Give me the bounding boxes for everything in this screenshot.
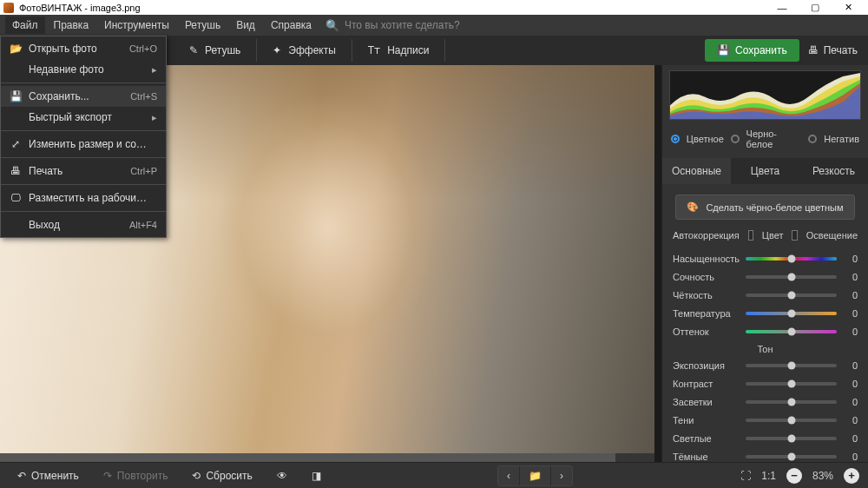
slider-blacks[interactable]: Тёмные0 (673, 447, 858, 462)
auto-checks: Автокоррекция Цвет Освещение (662, 230, 868, 249)
nav-prev[interactable]: ‹ (498, 466, 520, 485)
slider-exposure[interactable]: Экспозиция0 (673, 356, 858, 374)
resize-icon: ⤢ (10, 138, 22, 150)
slider-temperature[interactable]: Температура0 (673, 304, 858, 322)
menu-retouch[interactable]: Ретушь (178, 16, 227, 34)
nav-next[interactable]: › (551, 466, 572, 485)
slider-saturation[interactable]: Насыщенность0 (673, 249, 858, 267)
save-icon: 💾 (10, 90, 22, 102)
check-color-label: Цвет (762, 230, 784, 241)
menu-recent-photos[interactable]: Недавние фото▸ (1, 59, 166, 80)
chevron-right-icon: ▸ (152, 64, 157, 76)
slider-shadows[interactable]: Тени0 (673, 411, 858, 429)
slider-vibrance[interactable]: Сочность0 (673, 267, 858, 286)
print-icon: 🖶 (10, 165, 22, 177)
check-light[interactable] (792, 230, 797, 241)
tab-retouch[interactable]: ✎ Ретушь (174, 39, 257, 62)
menu-tools[interactable]: Инструменты (97, 16, 176, 34)
slider-contrast[interactable]: Контраст0 (673, 374, 858, 392)
radio-bw[interactable] (731, 135, 740, 143)
save-button[interactable]: 💾 Сохранить (705, 39, 799, 62)
menu-bar: Файл Правка Инструменты Ретушь Вид Справ… (0, 15, 868, 36)
zoom-out-button[interactable]: − (786, 468, 802, 484)
tab-effects[interactable]: ✦ Эффекты (257, 39, 352, 62)
reset-icon: ⟲ (192, 470, 201, 482)
menu-open-photo[interactable]: 📂Открыть фотоCtrl+O (1, 38, 166, 59)
minimize-button[interactable]: — (766, 3, 799, 13)
color-mode-radios: Цветное Черно-белое Негатив (662, 125, 868, 158)
menu-print[interactable]: 🖶ПечатьCtrl+P (1, 161, 166, 181)
colorize-bw-label: Сделать чёрно-белое цветным (706, 202, 843, 213)
check-color[interactable] (748, 230, 753, 241)
menu-view[interactable]: Вид (229, 16, 262, 34)
slider-highlights[interactable]: Засветки0 (673, 392, 858, 411)
actual-size-button[interactable]: 1:1 (761, 470, 776, 482)
search-placeholder: Что вы хотите сделать? (345, 19, 460, 31)
wand-icon: ✦ (273, 44, 281, 56)
preview-toggle[interactable]: 👁 (268, 466, 296, 485)
nav-group: ‹ 📁 › (497, 465, 573, 486)
desktop-icon: 🖵 (10, 192, 22, 204)
maximize-button[interactable]: ▢ (799, 2, 832, 13)
autocorrect-label: Автокоррекция (673, 230, 740, 241)
radio-color-label: Цветное (687, 134, 724, 144)
window-titlebar: ФотоВИНТАЖ - image3.png — ▢ ✕ (0, 0, 868, 15)
tab-colors[interactable]: Цвета (731, 158, 799, 184)
brush-icon: ✎ (189, 44, 198, 56)
help-search[interactable]: 🔍 Что вы хотите сделать? (326, 19, 460, 32)
tab-effects-label: Эффекты (288, 44, 336, 56)
menu-file[interactable]: Файл (5, 16, 45, 34)
nav-browse[interactable]: 📁 (520, 466, 551, 485)
menu-resize-save[interactable]: ⤢Изменить размер и сохранить... (1, 134, 166, 155)
menu-help[interactable]: Справка (264, 16, 319, 34)
compare-icon: ◨ (312, 470, 321, 482)
tab-sharp[interactable]: Резкость (799, 158, 868, 184)
menu-save[interactable]: 💾Сохранить...Ctrl+S (1, 86, 166, 107)
save-icon: 💾 (717, 44, 730, 56)
tab-basic[interactable]: Основные (662, 158, 731, 184)
compare-button[interactable]: ◨ (303, 466, 330, 485)
horizontal-scrollbar[interactable] (0, 453, 654, 462)
tab-captions-label: Надписи (387, 44, 429, 56)
menu-set-wallpaper[interactable]: 🖵Разместить на рабочий стол (1, 188, 166, 208)
menu-quick-export[interactable]: Быстрый экспорт▸ (1, 107, 166, 128)
zoom-value: 83% (812, 470, 833, 482)
app-logo-icon (3, 3, 14, 13)
tone-header: Тон (673, 340, 858, 356)
eye-icon: 👁 (277, 470, 287, 482)
histogram[interactable] (669, 70, 861, 120)
print-icon: 🖶 (808, 44, 819, 56)
radio-bw-label: Черно-белое (746, 129, 802, 149)
chevron-right-icon: ▸ (152, 112, 157, 123)
adjust-tabs: Основные Цвета Резкость (662, 158, 868, 184)
slider-tint[interactable]: Оттенок0 (673, 322, 858, 340)
slider-whites[interactable]: Светлые0 (673, 429, 858, 447)
right-panel: Цветное Черно-белое Негатив Основные Цве… (661, 65, 868, 462)
reset-button[interactable]: ⟲Сбросить (183, 466, 260, 485)
tab-retouch-label: Ретушь (205, 44, 240, 56)
print-button[interactable]: 🖶 Печать (808, 44, 858, 56)
fit-screen-button[interactable]: ⛶ (740, 470, 751, 482)
undo-icon: ↶ (17, 470, 26, 482)
menu-exit[interactable]: ВыходAlt+F4 (1, 214, 166, 235)
menu-edit[interactable]: Правка (47, 16, 96, 34)
folder-open-icon: 📂 (10, 43, 22, 55)
radio-color[interactable] (671, 135, 680, 143)
bottom-bar: ↶Отменить ↷Повторить ⟲Сбросить 👁 ◨ ‹ 📁 ›… (0, 462, 868, 488)
palette-icon: 🎨 (687, 201, 699, 213)
colorize-bw-button[interactable]: 🎨 Сделать чёрно-белое цветным (675, 195, 854, 220)
redo-button[interactable]: ↷Повторить (95, 466, 177, 485)
radio-negative-label: Негатив (824, 134, 859, 144)
undo-button[interactable]: ↶Отменить (9, 466, 88, 485)
text-icon: Tᴛ (368, 44, 380, 56)
window-title: ФотоВИНТАЖ - image3.png (19, 3, 141, 13)
zoom-in-button[interactable]: + (844, 468, 859, 484)
slider-clarity[interactable]: Чёткость0 (673, 286, 858, 304)
close-button[interactable]: ✕ (832, 2, 865, 13)
radio-negative[interactable] (808, 135, 817, 143)
search-icon: 🔍 (326, 19, 339, 32)
redo-icon: ↷ (103, 470, 112, 482)
tab-captions[interactable]: Tᴛ Надписи (352, 39, 446, 62)
check-light-label: Освещение (806, 230, 858, 241)
print-button-label: Печать (824, 44, 858, 56)
